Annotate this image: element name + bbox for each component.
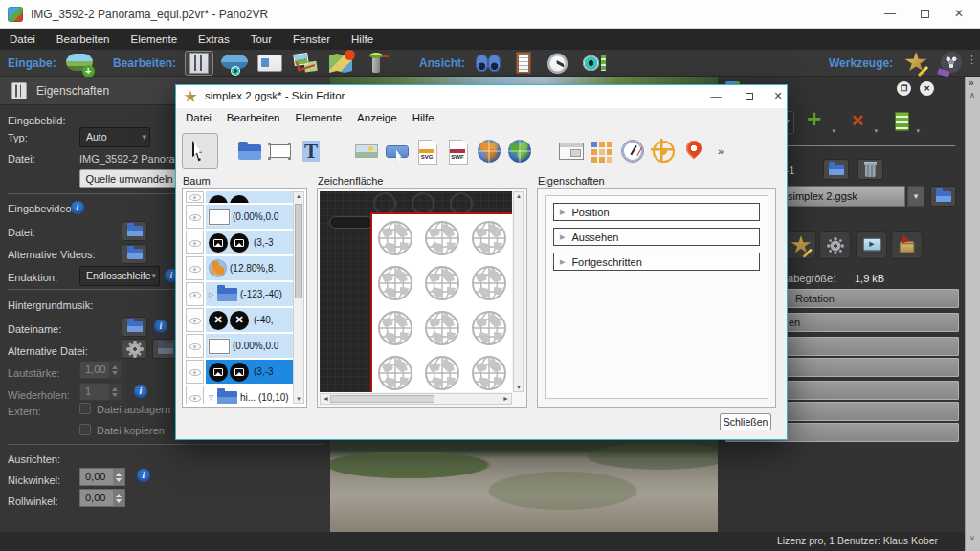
tree-row[interactable]: (3,-3 xyxy=(186,360,293,384)
viewing-parameters-icon[interactable] xyxy=(185,51,213,76)
map-pin-tool[interactable] xyxy=(679,135,708,167)
spinner-arrows[interactable] xyxy=(109,362,121,378)
new-output-format-button[interactable] xyxy=(888,109,919,136)
tour-map-icon[interactable] xyxy=(326,51,355,76)
close-dialog-button[interactable]: Schließen xyxy=(720,413,771,430)
image-tool[interactable] xyxy=(352,135,381,167)
scroll-left-icon[interactable]: ◄ xyxy=(323,395,329,402)
globe-element[interactable] xyxy=(423,354,461,392)
visibility-toggle[interactable] xyxy=(186,334,204,358)
expander-collapsed-icon[interactable]: ▷ xyxy=(209,291,217,298)
scroll-right-icon[interactable]: ► xyxy=(502,395,509,402)
clipboard-icon[interactable] xyxy=(509,51,538,76)
delete-output-button[interactable] xyxy=(858,159,883,180)
alt-file-settings-button[interactable] xyxy=(122,339,147,359)
scroll-up-icon[interactable]: ∧ xyxy=(969,91,975,99)
menu-item-datei[interactable]: Datei xyxy=(186,112,212,123)
scroll-down-icon[interactable]: ▼ xyxy=(294,396,303,402)
end-action-dropdown[interactable]: Endlosschleife xyxy=(79,266,160,286)
property-section-aussehen[interactable]: ▶Aussehen xyxy=(553,228,760,246)
panorama-view-icon[interactable] xyxy=(220,51,249,76)
viewer-window-tool[interactable] xyxy=(557,135,586,167)
cursor-tool[interactable] xyxy=(182,133,218,169)
volume-stepper[interactable]: 1,00 xyxy=(79,361,122,379)
visibility-toggle[interactable] xyxy=(186,308,204,332)
open-video-button[interactable] xyxy=(122,221,147,241)
menu-item-tour[interactable]: Tour xyxy=(251,33,272,45)
binoculars-icon[interactable] xyxy=(474,51,502,76)
close-button[interactable]: ✕ xyxy=(942,0,976,28)
globe-element[interactable] xyxy=(470,264,508,302)
globe-element[interactable] xyxy=(470,354,508,392)
info-icon[interactable] xyxy=(71,201,84,214)
spinner-arrows[interactable] xyxy=(109,384,121,400)
tree-row[interactable] xyxy=(186,191,293,203)
tree-row[interactable]: ▽hi... (10,10) xyxy=(186,386,293,404)
dialog-close-button[interactable]: ✕ xyxy=(768,85,789,107)
menu-item-extras[interactable]: Extras xyxy=(198,33,230,45)
globe-element[interactable] xyxy=(376,354,414,392)
svg-file-tool[interactable] xyxy=(413,135,442,167)
video-edit-icon[interactable] xyxy=(937,51,966,76)
property-section-fortgeschritten[interactable]: ▶Fortgeschritten xyxy=(553,253,760,271)
spinner-arrows[interactable] xyxy=(113,490,124,506)
menu-item-datei[interactable]: Datei xyxy=(10,33,35,45)
add-output-button[interactable] xyxy=(804,109,835,136)
canvas-element-outline[interactable] xyxy=(329,216,373,229)
rectangle-tool[interactable] xyxy=(266,135,295,167)
info-icon[interactable] xyxy=(154,320,167,333)
scrollbar-thumb[interactable] xyxy=(295,204,302,298)
expander-expanded-icon[interactable]: ▽ xyxy=(209,394,217,402)
scroll-up-icon[interactable]: ▲ xyxy=(294,193,303,199)
menu-item-elemente[interactable]: Elemente xyxy=(295,112,342,123)
convert-source-button[interactable]: Quelle umwandeln xyxy=(79,169,179,188)
copy-file-checkbox[interactable] xyxy=(79,424,91,435)
world-map-tool[interactable] xyxy=(505,135,534,167)
menu-item-hilfe[interactable]: Hilfe xyxy=(412,112,434,123)
roll-stepper[interactable]: 0,00 xyxy=(79,489,125,507)
package-button[interactable] xyxy=(891,231,923,259)
button-tool[interactable] xyxy=(383,135,412,167)
target-tool[interactable] xyxy=(649,135,678,167)
visibility-toggle[interactable] xyxy=(186,231,204,254)
text-tool[interactable] xyxy=(297,135,325,167)
thumbnail-grid-tool[interactable] xyxy=(588,135,616,167)
time-icon[interactable] xyxy=(545,51,573,76)
tree-row[interactable]: ✕✕(-40, xyxy=(186,308,293,332)
float-panel-button[interactable]: ❐ xyxy=(897,81,911,96)
globe-element[interactable] xyxy=(423,264,461,302)
skin-editor-icon[interactable] xyxy=(902,51,930,76)
skin-dropdown-arrow[interactable]: ▾ xyxy=(907,186,924,207)
open-alt-videos-button[interactable] xyxy=(122,244,147,264)
visibility-toggle[interactable] xyxy=(186,360,204,384)
menu-item-anzeige[interactable]: Anzeige xyxy=(357,112,397,123)
scroll-up-icon[interactable]: ▲ xyxy=(516,193,522,199)
menu-item-bearbeiten[interactable]: Bearbeiten xyxy=(227,112,280,123)
panorama-add-icon[interactable] xyxy=(65,51,94,76)
pitch-stepper[interactable]: 0,00 xyxy=(79,468,125,486)
globe-element[interactable] xyxy=(376,264,414,302)
scroll-down-icon[interactable]: ∨ xyxy=(969,534,975,542)
repeat-stepper[interactable]: 1 xyxy=(79,383,122,401)
globe-element[interactable] xyxy=(470,309,508,347)
property-section-position[interactable]: ▶Position xyxy=(553,203,760,221)
remove-output-button[interactable] xyxy=(846,109,877,136)
menu-item-fenster[interactable]: Fenster xyxy=(293,33,330,45)
tree-scrollbar[interactable]: ▲ ▼ xyxy=(293,191,304,404)
globe-tool[interactable] xyxy=(475,135,503,167)
canvas-horizontal-scrollbar[interactable]: ◄ ► xyxy=(320,393,512,405)
tree-row[interactable]: ▷(-123,-40) xyxy=(186,282,293,306)
tree-row[interactable]: (3,-3 xyxy=(186,231,293,254)
info-icon[interactable] xyxy=(137,469,150,482)
open-output-button[interactable] xyxy=(823,159,849,180)
globe-element[interactable] xyxy=(376,219,414,257)
user-data-icon[interactable] xyxy=(256,51,284,76)
preview-button[interactable] xyxy=(856,231,887,259)
toolbar-overflow-icon[interactable]: ⋮ xyxy=(967,54,976,66)
maximize-button[interactable] xyxy=(907,0,942,28)
swap-file-checkbox[interactable] xyxy=(79,403,91,414)
globe-element[interactable] xyxy=(376,309,414,347)
skin-sheet[interactable] xyxy=(370,212,512,392)
globe-element[interactable] xyxy=(423,219,461,257)
panel-scrollbar[interactable]: » ∧ ∨ xyxy=(965,77,980,551)
